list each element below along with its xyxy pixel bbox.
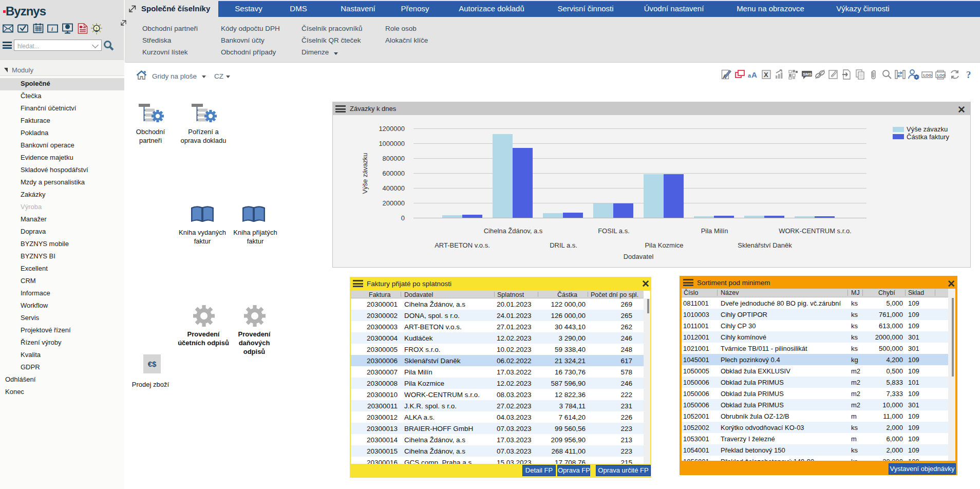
svg-text:SMS: SMS	[803, 72, 812, 77]
svg-text:a: a	[748, 72, 751, 79]
svg-text:LOG: LOG	[937, 73, 946, 78]
svg-text:i: i	[51, 26, 53, 32]
svg-text:?: ?	[966, 69, 971, 80]
svg-text:X: X	[764, 71, 768, 79]
svg-text:LOG: LOG	[924, 73, 932, 78]
svg-text:A: A	[751, 70, 757, 79]
